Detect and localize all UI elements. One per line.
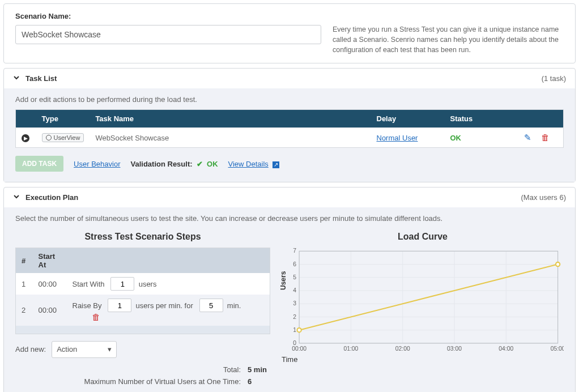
scenario-help-text: Every time you run a Stress Test you can… xyxy=(333,12,564,55)
task-list-panel: Task List (1 task) Add or edit actions t… xyxy=(3,68,576,182)
svg-text:3: 3 xyxy=(293,301,296,307)
task-type-badge[interactable]: UserView xyxy=(42,133,84,142)
col-start-at: Start At xyxy=(33,248,67,274)
col-delay: Delay xyxy=(371,110,445,128)
col-num: # xyxy=(16,248,33,274)
chart-x-axis-title: Time xyxy=(282,355,564,364)
chevron-down-icon xyxy=(13,193,20,202)
validation-status: OK xyxy=(207,160,218,168)
svg-text:01:00: 01:00 xyxy=(343,346,358,352)
steps-table: # Start At 1 00:00 Start With users xyxy=(15,248,270,334)
external-link-icon[interactable]: ↗ xyxy=(273,161,279,168)
chevron-down-icon xyxy=(13,74,20,83)
view-details-link[interactable]: View Details xyxy=(228,160,269,168)
trash-icon[interactable]: 🗑 xyxy=(541,133,550,142)
duration-input[interactable] xyxy=(199,299,223,312)
table-row: 1 00:00 Start With users xyxy=(16,273,270,295)
svg-text:2: 2 xyxy=(293,314,296,320)
svg-text:05:00: 05:00 xyxy=(551,346,564,352)
svg-text:5: 5 xyxy=(293,274,296,280)
scenario-name-label: Scenario Name: xyxy=(15,12,321,20)
task-table: Type Task Name Delay Status ▶ UserView W… xyxy=(15,109,564,148)
action-select[interactable]: Action ▾ xyxy=(52,341,117,358)
task-list-intro: Add or edit actions to be performed duri… xyxy=(15,95,564,104)
validation-label: Validation Result: xyxy=(130,160,192,168)
task-count: (1 task) xyxy=(542,74,566,83)
svg-text:03:00: 03:00 xyxy=(447,346,462,352)
user-behavior-link[interactable]: User Behavior xyxy=(74,160,120,168)
col-status: Status xyxy=(445,110,518,128)
col-task-name: Task Name xyxy=(90,110,371,128)
delay-link[interactable]: Normal User xyxy=(377,134,418,142)
execution-plan-intro: Select the number of simultaneous users … xyxy=(15,214,564,223)
task-list-header[interactable]: Task List (1 task) xyxy=(4,69,575,88)
steps-title: Stress Test Scenario Steps xyxy=(15,232,270,242)
table-row: 2 00:00 Raise By users per min. for min.… xyxy=(16,295,270,326)
execution-plan-title: Execution Plan xyxy=(25,193,78,202)
svg-point-29 xyxy=(297,328,301,332)
add-task-button: ADD TASK xyxy=(15,156,63,172)
load-curve-chart: Users 0123456700:0001:0002:0003:0004:000… xyxy=(282,248,564,355)
svg-text:00:00: 00:00 xyxy=(292,346,306,352)
trash-icon[interactable]: 🗑 xyxy=(92,312,100,322)
svg-text:1: 1 xyxy=(293,327,296,333)
svg-text:4: 4 xyxy=(293,287,296,293)
chart-y-axis-title: Users xyxy=(279,271,287,290)
edit-icon[interactable]: ✎ xyxy=(524,133,531,142)
caret-down-icon: ▾ xyxy=(108,345,112,353)
svg-text:7: 7 xyxy=(293,248,296,254)
svg-text:6: 6 xyxy=(293,261,296,267)
total-value: 5 min xyxy=(248,365,270,374)
max-users-summary-label: Maximum Number of Virtual Users at One T… xyxy=(84,377,241,386)
col-type: Type xyxy=(36,110,90,128)
max-users-label: (Max users 6) xyxy=(521,193,566,202)
status-ok: OK xyxy=(450,134,462,142)
total-label: Total: xyxy=(223,365,241,374)
svg-text:04:00: 04:00 xyxy=(499,346,513,352)
check-icon: ✔ xyxy=(197,160,203,168)
user-icon xyxy=(46,135,52,140)
table-row: ▶ UserView WebSocket Showcase Normal Use… xyxy=(16,128,564,148)
load-curve-title: Load Curve xyxy=(282,232,564,242)
start-with-input[interactable] xyxy=(110,277,134,291)
svg-text:02:00: 02:00 xyxy=(395,346,410,352)
scenario-name-input[interactable] xyxy=(15,25,321,44)
add-new-label: Add new: xyxy=(15,345,46,353)
raise-by-input[interactable] xyxy=(108,299,131,312)
svg-point-30 xyxy=(556,262,560,266)
scenario-panel: Scenario Name: Every time you run a Stre… xyxy=(3,3,576,63)
play-icon[interactable]: ▶ xyxy=(22,134,29,142)
execution-plan-panel: Execution Plan (Max users 6) Select the … xyxy=(3,187,576,392)
task-list-title: Task List xyxy=(25,74,57,83)
max-users-summary-value: 6 xyxy=(248,377,270,386)
execution-plan-header[interactable]: Execution Plan (Max users 6) xyxy=(4,188,575,207)
task-name-cell: WebSocket Showcase xyxy=(90,128,371,148)
